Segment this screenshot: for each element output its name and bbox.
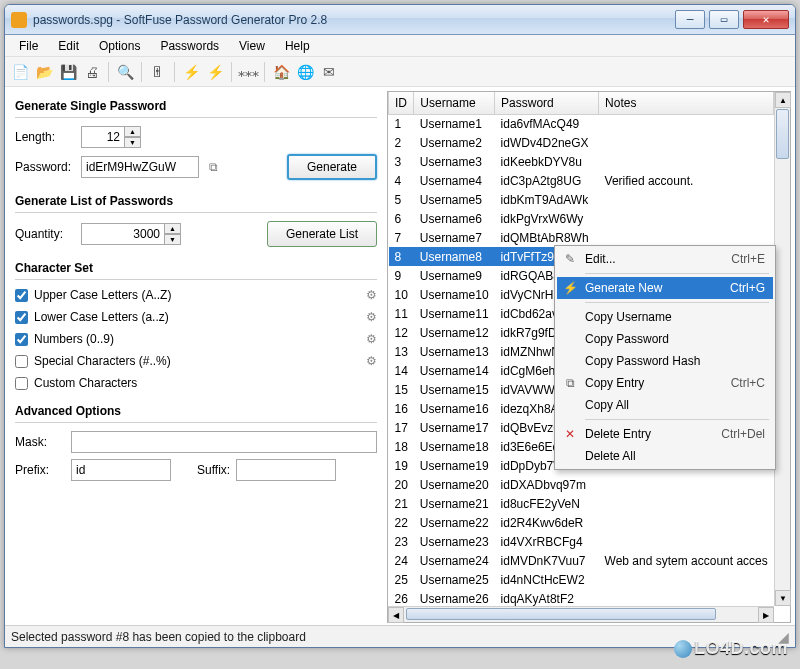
mask-icon[interactable]: ⁎⁎⁎	[237, 61, 259, 83]
context-menu[interactable]: ✎Edit...Ctrl+E⚡Generate NewCtrl+GCopy Us…	[554, 245, 776, 470]
table-row[interactable]: 3Username3idKeebkDYV8u	[389, 152, 774, 171]
menu-icon: ⧉	[561, 376, 579, 390]
menu-item-copy-entry[interactable]: ⧉Copy EntryCtrl+C	[557, 372, 773, 394]
scroll-down-icon[interactable]: ▼	[775, 590, 791, 606]
gear-icon[interactable]: ⚙	[366, 310, 377, 324]
scroll-thumb[interactable]	[776, 109, 789, 159]
spin-down-icon[interactable]: ▼	[165, 234, 181, 245]
menu-item-copy-password[interactable]: Copy Password	[557, 328, 773, 350]
app-icon	[11, 12, 27, 28]
mask-field[interactable]	[71, 431, 377, 453]
minimize-button[interactable]: ─	[675, 10, 705, 29]
charset-checkbox[interactable]	[15, 377, 28, 390]
spin-up-icon[interactable]: ▲	[165, 223, 181, 234]
cell-user: Username13	[414, 342, 495, 361]
titlebar[interactable]: passwords.spg - SoftFuse Password Genera…	[5, 5, 795, 35]
password-field[interactable]	[81, 156, 199, 178]
generate-list-icon[interactable]: ⚡	[204, 61, 226, 83]
gear-icon[interactable]: ⚙	[366, 354, 377, 368]
length-input[interactable]: ▲▼	[81, 126, 141, 148]
cell-user: Username16	[414, 399, 495, 418]
scroll-thumb[interactable]	[406, 608, 716, 620]
scroll-left-icon[interactable]: ◀	[388, 607, 404, 623]
menu-shortcut: Ctrl+G	[730, 281, 765, 295]
globe-icon[interactable]: 🌐	[294, 61, 316, 83]
menu-item-delete-all[interactable]: Delete All	[557, 445, 773, 467]
table-row[interactable]: 5Username5idbKmT9AdAWk	[389, 190, 774, 209]
menu-label: Edit...	[585, 252, 616, 266]
table-row[interactable]: 2Username2idWDv4D2neGX	[389, 133, 774, 152]
print-icon[interactable]: 🖨	[81, 61, 103, 83]
list-title: Generate List of Passwords	[15, 194, 377, 208]
table-row[interactable]: 1Username1ida6vfMAcQ49	[389, 114, 774, 133]
spin-up-icon[interactable]: ▲	[125, 126, 141, 137]
charset-checkbox[interactable]	[15, 311, 28, 324]
menu-item-copy-all[interactable]: Copy All	[557, 394, 773, 416]
table-row[interactable]: 6Username6idkPgVrxW6Wy	[389, 209, 774, 228]
home-icon[interactable]: 🏠	[270, 61, 292, 83]
menu-passwords[interactable]: Passwords	[150, 36, 229, 56]
scroll-right-icon[interactable]: ▶	[758, 607, 774, 623]
charset-checkbox[interactable]	[15, 333, 28, 346]
table-row[interactable]: 26Username26idqAKyAt8tF2	[389, 589, 774, 606]
menu-separator	[585, 419, 769, 420]
menu-shortcut: Ctrl+C	[731, 376, 765, 390]
table-row[interactable]: 20Username20idDXADbvq97m	[389, 475, 774, 494]
column-username[interactable]: Username	[414, 92, 495, 114]
open-icon[interactable]: 📂	[33, 61, 55, 83]
cell-user: Username11	[414, 304, 495, 323]
copy-icon[interactable]: ⧉	[205, 159, 221, 175]
vertical-scrollbar[interactable]: ▲ ▼	[774, 92, 790, 606]
charset-checkbox[interactable]	[15, 289, 28, 302]
prefix-field[interactable]	[71, 459, 171, 481]
menu-item-edit-[interactable]: ✎Edit...Ctrl+E	[557, 248, 773, 270]
divider	[15, 422, 377, 423]
menu-item-copy-username[interactable]: Copy Username	[557, 306, 773, 328]
column-id[interactable]: ID	[389, 92, 414, 114]
gear-icon[interactable]: ⚙	[366, 332, 377, 346]
menu-help[interactable]: Help	[275, 36, 320, 56]
horizontal-scrollbar[interactable]: ◀ ▶	[388, 606, 774, 622]
new-icon[interactable]: 📄	[9, 61, 31, 83]
generate-list-button[interactable]: Generate List	[267, 221, 377, 247]
scroll-up-icon[interactable]: ▲	[775, 92, 791, 108]
table-row[interactable]: 22Username22id2R4Kwv6deR	[389, 513, 774, 532]
table-row[interactable]: 24Username24idMVDnK7Vuu7Web and sytem ac…	[389, 551, 774, 570]
charset-label: Upper Case Letters (A..Z)	[34, 288, 171, 302]
quantity-field[interactable]	[81, 223, 165, 245]
spin-down-icon[interactable]: ▼	[125, 137, 141, 148]
settings-icon[interactable]: 🎚	[147, 61, 169, 83]
suffix-field[interactable]	[236, 459, 336, 481]
cell-id: 13	[389, 342, 414, 361]
table-row[interactable]: 21Username21id8ucFE2yVeN	[389, 494, 774, 513]
menu-item-delete-entry[interactable]: ✕Delete EntryCtrl+Del	[557, 423, 773, 445]
column-notes[interactable]: Notes	[599, 92, 774, 114]
search-icon[interactable]: 🔍	[114, 61, 136, 83]
cell-notes	[599, 209, 774, 228]
cell-user: Username14	[414, 361, 495, 380]
menu-edit[interactable]: Edit	[48, 36, 89, 56]
mail-icon[interactable]: ✉	[318, 61, 340, 83]
cell-pass: idkPgVrxW6Wy	[495, 209, 599, 228]
menu-label: Copy Password Hash	[585, 354, 700, 368]
column-password[interactable]: Password	[495, 92, 599, 114]
menu-view[interactable]: View	[229, 36, 275, 56]
menu-options[interactable]: Options	[89, 36, 150, 56]
generate-button[interactable]: Generate	[287, 154, 377, 180]
length-field[interactable]	[81, 126, 125, 148]
toolbar-separator	[231, 62, 232, 82]
charset-checkbox[interactable]	[15, 355, 28, 368]
table-row[interactable]: 25Username25id4nNCtHcEW2	[389, 570, 774, 589]
cell-pass: idKeebkDYV8u	[495, 152, 599, 171]
generate-single-icon[interactable]: ⚡	[180, 61, 202, 83]
menu-item-generate-new[interactable]: ⚡Generate NewCtrl+G	[557, 277, 773, 299]
close-button[interactable]: ✕	[743, 10, 789, 29]
save-icon[interactable]: 💾	[57, 61, 79, 83]
table-row[interactable]: 23Username23id4VXrRBCFg4	[389, 532, 774, 551]
quantity-input[interactable]: ▲▼	[81, 223, 181, 245]
gear-icon[interactable]: ⚙	[366, 288, 377, 302]
menu-item-copy-password-hash[interactable]: Copy Password Hash	[557, 350, 773, 372]
table-row[interactable]: 4Username4idC3pA2tg8UGVerified account.	[389, 171, 774, 190]
menu-file[interactable]: File	[9, 36, 48, 56]
maximize-button[interactable]: ▭	[709, 10, 739, 29]
